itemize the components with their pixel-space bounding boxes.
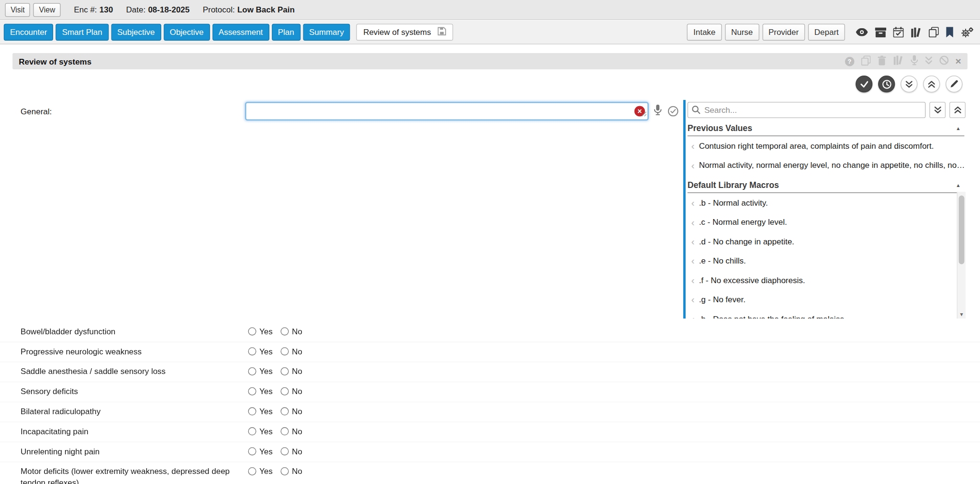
- collapse-sections-icon[interactable]: [949, 102, 966, 118]
- default-library-macros-header[interactable]: Default Library Macros ▲: [688, 175, 965, 193]
- bookmark-icon[interactable]: [946, 27, 954, 37]
- ban-icon[interactable]: [939, 55, 949, 67]
- no-radio[interactable]: [280, 407, 289, 416]
- no-radio[interactable]: [280, 447, 289, 455]
- encounter-number: Enc #:130: [74, 5, 113, 14]
- previous-value-item[interactable]: ‹ Normal activity, normal energy level, …: [688, 155, 966, 175]
- scroll-down-arrow-icon[interactable]: ▼: [958, 312, 966, 318]
- collapse-triangle-icon[interactable]: ▲: [956, 182, 960, 188]
- previous-value-item[interactable]: ‹ Contusion right temporal area, complai…: [688, 136, 966, 155]
- view-button[interactable]: View: [33, 3, 61, 17]
- no-option[interactable]: No: [280, 386, 313, 396]
- archive-icon[interactable]: [875, 27, 887, 37]
- nurse-button[interactable]: Nurse: [725, 24, 759, 41]
- microphone-icon[interactable]: [911, 55, 918, 67]
- no-radio[interactable]: [280, 347, 289, 355]
- yes-option[interactable]: Yes: [248, 447, 281, 456]
- no-label: No: [292, 407, 302, 416]
- resize-grip-icon[interactable]: [641, 110, 647, 119]
- macro-search-input[interactable]: [688, 102, 926, 118]
- macro-item[interactable]: ‹ .f - No excessive diaphoresis.: [688, 271, 956, 290]
- expand-all-icon[interactable]: [901, 76, 917, 92]
- expand-sections-icon[interactable]: [929, 102, 946, 118]
- scrollbar-thumb[interactable]: [959, 196, 965, 264]
- yes-option[interactable]: Yes: [248, 367, 281, 376]
- collapse-triangle-icon[interactable]: ▲: [956, 126, 960, 132]
- yes-radio[interactable]: [248, 347, 256, 355]
- general-input[interactable]: [245, 102, 649, 121]
- double-chevron-down-icon[interactable]: [925, 56, 933, 66]
- no-option[interactable]: No: [280, 347, 313, 356]
- yes-radio[interactable]: [248, 327, 256, 335]
- dictate-microphone-icon[interactable]: [654, 104, 662, 117]
- macro-item[interactable]: ‹ .g - No fever.: [688, 290, 956, 309]
- toolbar-right-group: Intake Nurse Provider Depart: [687, 24, 976, 41]
- no-option[interactable]: No: [280, 327, 313, 336]
- close-icon[interactable]: ×: [956, 56, 961, 66]
- question-row: Motor deficits (lower extremity weakness…: [0, 462, 980, 484]
- yes-radio[interactable]: [248, 387, 256, 396]
- eye-icon[interactable]: [856, 28, 868, 36]
- no-radio[interactable]: [280, 367, 289, 375]
- nav-plan-button[interactable]: Plan: [272, 24, 301, 41]
- previous-values-header[interactable]: Previous Values ▲: [688, 118, 965, 136]
- edit-pencil-icon[interactable]: [946, 76, 962, 92]
- previous-value-text: Normal activity, normal energy level, no…: [699, 161, 966, 170]
- macro-item[interactable]: ‹ .h - Does not have the feeling of mala…: [688, 309, 956, 319]
- intake-button[interactable]: Intake: [687, 24, 722, 41]
- history-clock-icon[interactable]: [878, 76, 895, 92]
- library-icon[interactable]: [911, 27, 922, 37]
- main-toolbar: Encounter Smart Plan Subjective Objectiv…: [0, 21, 980, 44]
- visit-button[interactable]: Visit: [5, 3, 30, 17]
- calendar-check-icon[interactable]: [893, 27, 903, 37]
- no-option[interactable]: No: [280, 447, 313, 456]
- previous-values-list: ‹ Contusion right temporal area, complai…: [688, 136, 966, 175]
- yes-radio[interactable]: [248, 427, 256, 435]
- insert-left-icon: ‹: [691, 314, 695, 319]
- check-circle-icon[interactable]: [856, 76, 872, 92]
- trash-icon[interactable]: [877, 55, 886, 67]
- no-radio[interactable]: [280, 387, 289, 396]
- nav-smart-plan-button[interactable]: Smart Plan: [56, 24, 109, 41]
- nav-subjective-button[interactable]: Subjective: [111, 24, 161, 41]
- no-option[interactable]: No: [280, 427, 313, 436]
- nav-assessment-button[interactable]: Assessment: [212, 24, 269, 41]
- no-radio[interactable]: [280, 327, 289, 335]
- yes-option[interactable]: Yes: [248, 467, 281, 476]
- macro-scrollbar[interactable]: ▼: [957, 192, 966, 319]
- collapse-all-icon[interactable]: [923, 76, 940, 92]
- library-icon[interactable]: [893, 55, 903, 67]
- macro-item[interactable]: ‹ .d - No change in appetite.: [688, 232, 956, 251]
- no-radio[interactable]: [280, 467, 289, 475]
- copy-icon[interactable]: [929, 27, 939, 37]
- nav-objective-button[interactable]: Objective: [164, 24, 210, 41]
- yes-radio[interactable]: [248, 447, 256, 455]
- yes-option[interactable]: Yes: [248, 327, 281, 336]
- active-section-tab[interactable]: Review of systems: [356, 24, 453, 41]
- yes-option[interactable]: Yes: [248, 347, 281, 356]
- macro-item[interactable]: ‹ .c - Normal energy level.: [688, 212, 956, 231]
- copy-icon[interactable]: [861, 55, 870, 67]
- yes-radio[interactable]: [248, 407, 256, 416]
- confirm-check-icon[interactable]: [668, 106, 679, 119]
- nav-summary-button[interactable]: Summary: [303, 24, 350, 41]
- yes-radio[interactable]: [248, 467, 256, 475]
- yes-radio[interactable]: [248, 367, 256, 375]
- question-row: Unrelenting night pain Yes No: [0, 442, 980, 462]
- settings-gears-icon[interactable]: [960, 27, 973, 38]
- no-radio[interactable]: [280, 427, 289, 435]
- provider-button[interactable]: Provider: [762, 24, 805, 41]
- no-option[interactable]: No: [280, 367, 313, 376]
- macro-item[interactable]: ‹ .e - No chills.: [688, 251, 956, 270]
- nav-encounter-button[interactable]: Encounter: [4, 24, 54, 41]
- insert-left-icon: ‹: [691, 295, 695, 305]
- macro-text: .f - No excessive diaphoresis.: [699, 275, 805, 285]
- yes-option[interactable]: Yes: [248, 427, 281, 436]
- no-option[interactable]: No: [280, 407, 313, 416]
- macro-item[interactable]: ‹ .b - Normal activity.: [688, 193, 956, 212]
- help-icon[interactable]: ?: [845, 56, 854, 66]
- yes-option[interactable]: Yes: [248, 386, 281, 396]
- no-option[interactable]: No: [280, 467, 313, 476]
- depart-button[interactable]: Depart: [808, 24, 845, 41]
- yes-option[interactable]: Yes: [248, 407, 281, 416]
